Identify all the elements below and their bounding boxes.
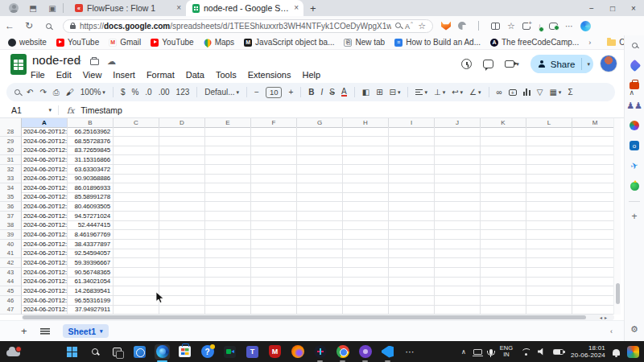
cell-M36[interactable] <box>572 202 614 212</box>
cell-B39[interactable]: 8.461967769 <box>68 230 114 240</box>
cell-M42[interactable] <box>572 258 614 268</box>
cell-M41[interactable] <box>572 249 614 258</box>
cell-I28[interactable] <box>389 127 435 137</box>
browser-profile-icon[interactable] <box>8 2 19 14</box>
number-format-icon[interactable]: 123 <box>176 88 190 97</box>
bookmarks-overflow-chevron[interactable]: › <box>588 39 591 47</box>
bold-icon[interactable]: B <box>308 88 314 97</box>
cell-A31[interactable]: 2024-06-20T12:2 <box>22 155 68 165</box>
menu-tools[interactable]: Tools <box>214 69 238 80</box>
cell-E38[interactable] <box>205 220 251 230</box>
cell-F35[interactable] <box>251 192 297 202</box>
cell-D41[interactable] <box>159 249 205 258</box>
cell-C28[interactable] <box>114 127 159 137</box>
cell-J42[interactable] <box>435 258 481 268</box>
version-history-icon[interactable] <box>461 59 472 69</box>
row-header-40[interactable]: 40 <box>0 240 22 249</box>
cell-E35[interactable] <box>205 192 251 202</box>
sidebar-outlook-icon[interactable]: o <box>629 140 640 151</box>
cell-E44[interactable] <box>205 277 251 286</box>
cell-F31[interactable] <box>251 155 297 165</box>
menu-data[interactable]: Data <box>184 69 206 80</box>
cell-D36[interactable] <box>159 202 205 212</box>
formula-input[interactable]: Timestamp <box>80 105 122 115</box>
cell-B42[interactable]: 59.39396667 <box>68 258 114 268</box>
cell-G40[interactable] <box>297 240 343 249</box>
horizontal-scroll-arrows[interactable]: ◂▸ <box>600 315 609 320</box>
cell-H29[interactable] <box>343 137 389 146</box>
cloud-status-icon[interactable]: ☁ <box>107 56 116 67</box>
cell-A32[interactable]: 2024-06-20T12:2 <box>22 165 68 175</box>
sidebar-settings-gear-icon[interactable]: ⚙ <box>630 324 638 335</box>
cell-G42[interactable] <box>297 258 343 268</box>
back-button[interactable]: ← <box>0 20 19 31</box>
cell-F41[interactable] <box>251 249 297 258</box>
tab-close-icon[interactable]: × <box>176 4 181 12</box>
cell-C47[interactable] <box>114 305 159 315</box>
cell-M28[interactable] <box>572 127 614 137</box>
menu-extensions[interactable]: Extensions <box>246 69 293 80</box>
cell-M43[interactable] <box>572 268 614 278</box>
row-header-34[interactable]: 34 <box>0 183 22 193</box>
cell-E37[interactable] <box>205 212 251 221</box>
cell-H35[interactable] <box>343 192 389 202</box>
cell-E34[interactable] <box>205 183 251 193</box>
menu-file[interactable]: File <box>29 69 47 80</box>
cell-K45[interactable] <box>481 286 526 296</box>
cell-B34[interactable]: 86.01896933 <box>68 183 114 193</box>
sidebar-shopping-icon[interactable] <box>629 60 640 71</box>
bookmark-gmail[interactable]: MGmail <box>109 38 141 47</box>
cell-K42[interactable] <box>481 258 526 268</box>
mcafee-app-icon[interactable]: M <box>267 344 283 360</box>
cell-J30[interactable] <box>435 146 481 155</box>
new-tab-button[interactable]: + <box>310 2 316 14</box>
cell-J39[interactable] <box>435 230 481 240</box>
row-header-31[interactable]: 31 <box>0 155 22 165</box>
cell-H30[interactable] <box>343 146 389 155</box>
cell-J29[interactable] <box>435 137 481 146</box>
cell-J35[interactable] <box>435 192 481 202</box>
cell-D29[interactable] <box>159 137 205 146</box>
row-header-33[interactable]: 33 <box>0 174 22 183</box>
cell-C32[interactable] <box>114 165 159 175</box>
cell-I40[interactable] <box>389 240 435 249</box>
cell-K35[interactable] <box>481 192 526 202</box>
cell-M35[interactable] <box>572 192 614 202</box>
taskbar-clock[interactable]: 18:0120-06-2024 <box>571 344 605 359</box>
cell-E31[interactable] <box>205 155 251 165</box>
cell-I42[interactable] <box>389 258 435 268</box>
cell-G35[interactable] <box>297 192 343 202</box>
menu-insert[interactable]: Insert <box>111 69 137 80</box>
cell-F39[interactable] <box>251 230 297 240</box>
cell-E33[interactable] <box>205 174 251 183</box>
search-icon[interactable] <box>39 20 58 31</box>
cell-B46[interactable]: 96.55316199 <box>68 296 114 306</box>
cell-M39[interactable] <box>572 230 614 240</box>
cell-G33[interactable] <box>297 174 343 183</box>
split-screen-icon[interactable] <box>491 23 500 30</box>
hidden-icons-chevron[interactable]: ∧ <box>461 348 466 356</box>
sidebar-drop-icon[interactable]: ✈ <box>627 158 641 172</box>
move-to-folder-icon[interactable] <box>90 59 99 65</box>
cell-M30[interactable] <box>572 146 614 155</box>
cell-J40[interactable] <box>435 240 481 249</box>
cell-A45[interactable]: 2024-06-20T12:2 <box>22 286 68 296</box>
insert-comment-icon[interactable]: + <box>509 89 517 96</box>
minimize-button[interactable]: − <box>581 4 602 13</box>
cell-A28[interactable]: 2024-06-20T12:2 <box>22 127 68 137</box>
google-meet-icon[interactable] <box>222 344 237 360</box>
row-header-38[interactable]: 38 <box>0 220 22 230</box>
cell-J47[interactable] <box>435 305 481 315</box>
address-bar[interactable]: https://docs.google.com/spreadsheets/d/1… <box>63 19 433 33</box>
teams-app-icon[interactable]: T <box>245 344 260 360</box>
cell-M37[interactable] <box>572 212 614 221</box>
cell-J43[interactable] <box>435 268 481 278</box>
cell-H32[interactable] <box>343 165 389 175</box>
comments-icon[interactable] <box>483 60 493 68</box>
sidebar-search-icon[interactable] <box>629 39 640 51</box>
cell-E36[interactable] <box>205 202 251 212</box>
bookmark-youtube-2[interactable]: YouTube <box>151 38 193 47</box>
wifi-icon[interactable] <box>520 348 530 356</box>
cell-D42[interactable] <box>159 258 205 268</box>
zoom-out-icon[interactable] <box>395 22 401 30</box>
